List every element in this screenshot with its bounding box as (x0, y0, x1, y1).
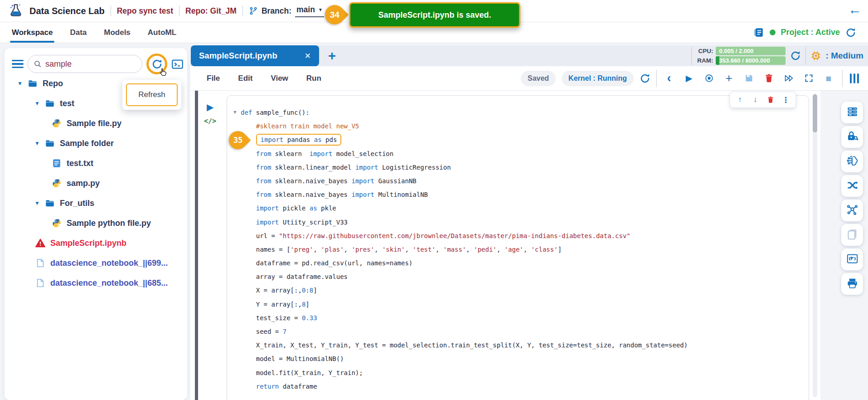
tree-item-samp-py[interactable]: samp.py (5, 173, 187, 193)
indent (241, 314, 256, 322)
code-line-6[interactable]: from sklearn.naive_bayes import Gaussian… (241, 174, 688, 188)
new-tab-button[interactable]: + (328, 45, 336, 66)
delete-icon[interactable] (762, 72, 775, 85)
code-token: model.fit(X_train, Y_train); (256, 369, 363, 376)
scrollbar-thumb[interactable] (813, 94, 817, 132)
toast-message: SampleScript.ipynb is saved. (378, 10, 491, 20)
app-title: Data Science Lab (29, 6, 105, 16)
project-refresh-icon[interactable] (845, 27, 856, 38)
more-icon[interactable]: ⋮ (780, 95, 791, 105)
tree-item-label: Sample python file.py (67, 219, 151, 228)
add-cell-icon[interactable]: + (723, 72, 735, 85)
kernel-refresh-icon[interactable] (640, 73, 650, 84)
menu-view[interactable]: View (271, 74, 288, 83)
rail-button-printer[interactable] (841, 273, 863, 295)
rail-button-function-window[interactable] (841, 249, 863, 270)
tab-models[interactable]: Models (104, 22, 131, 43)
code-line-1[interactable]: ▼def sample_func(): (241, 106, 688, 119)
menu-file[interactable]: File (207, 74, 220, 83)
fold-caret-icon[interactable]: ▼ (233, 106, 237, 119)
tree-item-datascience-notebook-685[interactable]: datascience_notebook_||685... (5, 273, 187, 293)
code-line-20[interactable]: model.fit(X_train, Y_train); (241, 366, 688, 380)
tree-item-sample-file-py[interactable]: Sample file.py (5, 113, 187, 133)
code-line-19[interactable]: model = MultinomialNB() (241, 352, 688, 366)
code-token: seed = (256, 328, 283, 335)
rail-button-server-rack[interactable] (841, 102, 863, 123)
branch-selector[interactable]: Branch: main▼ (249, 5, 324, 17)
code-line-21[interactable]: return dataframe (241, 380, 688, 393)
code-line-8[interactable]: import pickle as pkle (241, 201, 688, 215)
terminal-icon[interactable] (171, 58, 184, 70)
folder-icon (45, 138, 55, 148)
rail-button-network[interactable] (841, 200, 863, 221)
code-token: sklearn.linear_model (271, 164, 355, 171)
kernel-status-badge: Kernel : Running (562, 71, 634, 86)
code-line-12[interactable]: dataframe = pd.read_csv(url, names=names… (241, 256, 688, 270)
indent (241, 122, 256, 130)
save-toast: SampleScript.ipynb is saved. (349, 2, 520, 28)
rail-button-lock-key[interactable] (841, 126, 863, 148)
columns-layout-icon[interactable] (850, 73, 859, 83)
rail-button-ai-brain[interactable] (841, 151, 863, 172)
code-line-9[interactable]: import Utiity_script_V33 (241, 215, 688, 229)
code-line-7[interactable]: from sklearn.naive_bayes import Multinom… (241, 188, 688, 201)
code-line-5[interactable]: from sklearn.linear_model import Logisti… (241, 161, 688, 174)
run-cell-icon[interactable]: ▶ (207, 102, 213, 112)
run-cell-icon[interactable]: ▶ (683, 72, 695, 85)
textfile-icon (52, 158, 62, 168)
code-line-13[interactable]: array = dataframe.values (241, 270, 688, 283)
code-line-16[interactable]: test_size = 0.33 (241, 311, 688, 325)
code-line-10[interactable]: url = "https://raw.githubusercontent.com… (241, 229, 688, 243)
file-search-box[interactable] (28, 55, 142, 73)
code-line-2[interactable]: #sklearn train model new_V5 (241, 119, 688, 133)
code-line-11[interactable]: names = ['preg', 'plas', 'pres', 'skin',… (241, 243, 688, 256)
move-up-icon[interactable]: ↑ (735, 95, 746, 104)
caret-down-icon[interactable]: ▼ (34, 100, 41, 107)
tree-item-test-txt[interactable]: test.txt (5, 153, 187, 173)
code-line-3[interactable]: 35import pandas as pds (241, 133, 688, 146)
tree-item-sample-folder[interactable]: ▼Sample folder (5, 133, 187, 153)
stop-icon[interactable]: ■ (822, 72, 835, 85)
target-icon[interactable] (703, 72, 715, 85)
code-token: as (314, 136, 322, 143)
search-input[interactable] (45, 59, 136, 69)
rail-button-documents[interactable] (841, 224, 863, 246)
project-logs-icon[interactable] (753, 27, 764, 38)
header-repo-name[interactable]: Repo: Git_JM (185, 6, 237, 16)
chevron-left-icon[interactable]: ‹ (663, 72, 675, 85)
menu-edit[interactable]: Edit (238, 74, 252, 83)
resources-refresh-icon[interactable] (790, 50, 801, 61)
caret-down-icon[interactable]: ▼ (34, 200, 41, 206)
explorer-refresh-button[interactable] (146, 54, 167, 74)
instance-size-label[interactable]: : Medium (826, 51, 863, 61)
code-line-15[interactable]: Y = array[:,8] (241, 298, 688, 311)
save-icon[interactable] (742, 72, 755, 85)
caret-down-icon[interactable]: ▼ (16, 80, 24, 87)
tree-item-datascience-notebook-699[interactable]: datascience_notebook_||699... (5, 253, 187, 273)
code-line-14[interactable]: X = array[:,0:8] (241, 283, 688, 297)
caret-down-icon[interactable]: ▼ (34, 140, 41, 146)
code-editor[interactable]: ▼def sample_func(): #sklearn train model… (241, 106, 688, 393)
code-line-18[interactable]: X_train, X_test, Y_train, Y_test = model… (241, 338, 688, 352)
tree-item-sample-python-file-py[interactable]: Sample python file.py (5, 213, 187, 233)
rail-button-shuffle[interactable] (841, 175, 863, 197)
close-icon[interactable]: ✕ (305, 51, 311, 61)
branch-value[interactable]: main▼ (295, 5, 324, 17)
tree-item-for-utils[interactable]: ▼For_utils (5, 193, 187, 213)
move-down-icon[interactable]: ↓ (750, 95, 761, 104)
tree-item-samplescript-ipynb[interactable]: SampleScript.ipynb (5, 233, 187, 253)
code-line-17[interactable]: seed = 7 (241, 325, 688, 338)
tab-data[interactable]: Data (70, 22, 87, 43)
tab-workspace[interactable]: Workspace (12, 22, 53, 43)
back-arrow-icon[interactable]: ← (848, 2, 862, 17)
run-all-icon[interactable] (782, 72, 795, 85)
menu-hamburger-icon[interactable] (12, 60, 24, 68)
menu-run[interactable]: Run (306, 74, 321, 83)
delete-cell-icon[interactable] (765, 96, 776, 103)
code-line-4[interactable]: from sklearn import model_selection (241, 147, 688, 161)
fullscreen-icon[interactable] (802, 72, 815, 85)
editor-scrollbar[interactable] (813, 93, 817, 397)
tab-samplescript[interactable]: SampleScript.ipynb ✕ (191, 45, 319, 66)
header-repo-sync-test[interactable]: Repo sync test (117, 6, 173, 16)
tab-automl[interactable]: AutoML (148, 22, 176, 43)
